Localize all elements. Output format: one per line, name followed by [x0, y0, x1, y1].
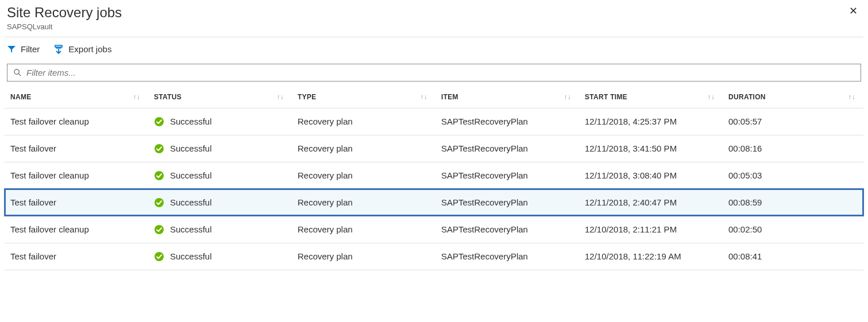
search-icon — [13, 68, 22, 77]
status-success-icon — [154, 143, 164, 154]
sort-icon: ↑↓ — [848, 93, 855, 101]
sort-icon: ↑↓ — [707, 93, 715, 101]
table-row[interactable]: Test failoverSuccessfulRecovery planSAPT… — [5, 135, 863, 162]
svg-point-6 — [155, 144, 164, 153]
status-text: Successful — [170, 170, 212, 180]
job-item: SAPTestRecoveryPlan — [435, 135, 579, 162]
svg-line-4 — [18, 73, 21, 76]
job-name-link[interactable]: Test failover cleanup — [10, 117, 89, 126]
table-row[interactable]: Test failover cleanupSuccessfulRecovery … — [5, 162, 863, 189]
job-name-link[interactable]: Test failover — [10, 251, 56, 261]
status-text: Successful — [170, 117, 212, 126]
sort-icon: ↑↓ — [276, 93, 284, 101]
svg-rect-1 — [56, 47, 61, 48]
filter-search-wrap[interactable] — [7, 64, 861, 82]
status-text: Successful — [170, 251, 212, 261]
job-type: Recovery plan — [292, 216, 435, 243]
col-header-name[interactable]: NAME↑↓ — [5, 87, 148, 108]
job-duration: 00:02:50 — [723, 216, 863, 243]
job-name-link[interactable]: Test failover cleanup — [10, 170, 89, 180]
svg-point-3 — [14, 69, 19, 74]
svg-point-8 — [155, 198, 164, 207]
col-header-duration[interactable]: DURATION↑↓ — [723, 87, 863, 108]
job-start-time: 12/11/2018, 3:41:50 PM — [579, 135, 723, 162]
job-duration: 00:08:41 — [723, 243, 863, 270]
export-icon — [53, 44, 64, 55]
table-row[interactable]: Test failoverSuccessfulRecovery planSAPT… — [5, 189, 863, 216]
job-type: Recovery plan — [292, 162, 435, 189]
status-success-icon — [154, 251, 164, 262]
filter-input[interactable] — [26, 68, 855, 77]
job-type: Recovery plan — [292, 189, 435, 216]
job-name-link[interactable]: Test failover cleanup — [10, 224, 89, 234]
svg-point-10 — [155, 252, 164, 261]
job-start-time: 12/10/2018, 2:11:21 PM — [579, 216, 723, 243]
job-type: Recovery plan — [292, 243, 435, 270]
job-item: SAPTestRecoveryPlan — [435, 162, 579, 189]
table-row[interactable]: Test failover cleanupSuccessfulRecovery … — [5, 108, 863, 135]
job-name-link[interactable]: Test failover — [10, 197, 56, 207]
jobs-table: NAME↑↓ STATUS↑↓ TYPE↑↓ ITEM↑↓ START TIME… — [5, 87, 863, 270]
export-label: Export jobs — [68, 44, 111, 54]
job-item: SAPTestRecoveryPlan — [435, 189, 579, 216]
svg-point-7 — [155, 171, 164, 180]
job-type: Recovery plan — [292, 135, 435, 162]
sort-icon: ↑↓ — [564, 93, 571, 101]
sort-icon: ↑↓ — [133, 93, 140, 101]
job-item: SAPTestRecoveryPlan — [435, 243, 579, 270]
filter-label: Filter — [21, 44, 40, 54]
job-duration: 00:08:59 — [723, 189, 863, 216]
job-duration: 00:05:57 — [723, 108, 863, 135]
status-success-icon — [154, 197, 164, 208]
status-text: Successful — [170, 143, 212, 153]
status-success-icon — [154, 170, 164, 181]
page-title: Site Recovery jobs — [7, 5, 122, 21]
col-header-start[interactable]: START TIME↑↓ — [579, 87, 723, 108]
job-item: SAPTestRecoveryPlan — [435, 216, 579, 243]
col-header-status[interactable]: STATUS↑↓ — [148, 87, 292, 108]
job-start-time: 12/11/2018, 2:40:47 PM — [579, 189, 723, 216]
job-item: SAPTestRecoveryPlan — [435, 108, 579, 135]
col-header-item[interactable]: ITEM↑↓ — [435, 87, 579, 108]
svg-point-5 — [155, 117, 164, 126]
export-jobs-button[interactable]: Export jobs — [53, 44, 111, 55]
sort-icon: ↑↓ — [420, 93, 427, 101]
toolbar: Filter Export jobs — [5, 37, 863, 63]
filter-icon — [7, 45, 16, 54]
table-row[interactable]: Test failover cleanupSuccessfulRecovery … — [5, 216, 863, 243]
job-start-time: 12/10/2018, 11:22:19 AM — [579, 243, 723, 270]
job-start-time: 12/11/2018, 4:25:37 PM — [579, 108, 723, 135]
job-start-time: 12/11/2018, 3:08:40 PM — [579, 162, 723, 189]
status-success-icon — [154, 117, 164, 127]
col-header-type[interactable]: TYPE↑↓ — [292, 87, 435, 108]
filter-button[interactable]: Filter — [7, 44, 40, 54]
svg-point-9 — [155, 225, 164, 234]
status-success-icon — [154, 224, 164, 235]
breadcrumb-subtitle: SAPSQLvault — [7, 22, 122, 31]
job-name-link[interactable]: Test failover — [10, 143, 56, 153]
job-duration: 00:08:16 — [723, 135, 863, 162]
job-duration: 00:05:03 — [723, 162, 863, 189]
status-text: Successful — [170, 197, 212, 207]
table-row[interactable]: Test failoverSuccessfulRecovery planSAPT… — [5, 243, 863, 270]
job-type: Recovery plan — [292, 108, 435, 135]
close-button[interactable]: ✕ — [846, 5, 861, 17]
status-text: Successful — [170, 224, 212, 234]
